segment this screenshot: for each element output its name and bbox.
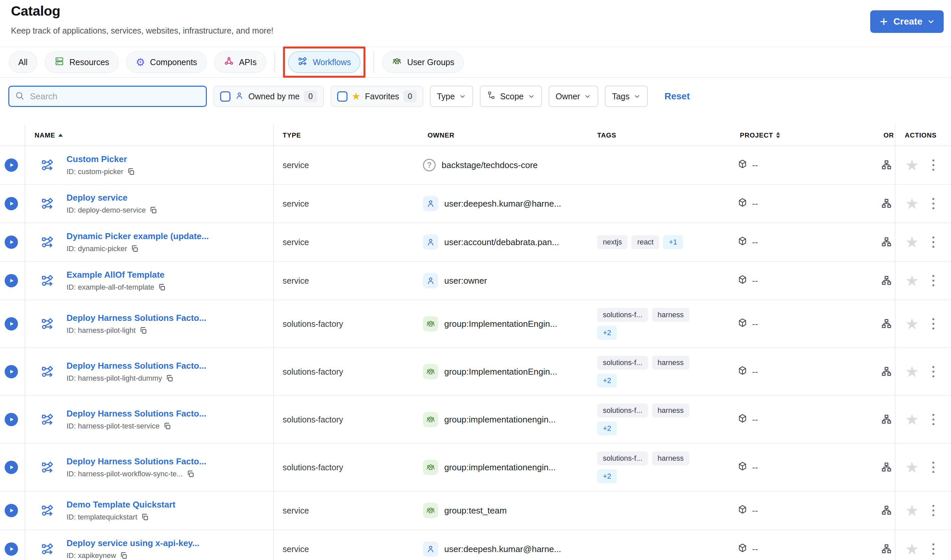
org-chart-icon[interactable] [880, 159, 892, 171]
launch-workflow-button[interactable] [5, 197, 18, 210]
launch-workflow-button[interactable] [5, 504, 18, 517]
tag-more-chip[interactable]: +2 [597, 422, 617, 435]
copy-icon[interactable] [139, 326, 147, 334]
kebab-menu-button[interactable] [931, 503, 936, 517]
launch-workflow-button[interactable] [5, 274, 18, 287]
table-row: Custom Picker ID: custom-picker service … [0, 146, 951, 185]
reset-filters-link[interactable]: Reset [664, 91, 690, 102]
column-header-project[interactable]: PROJECT [740, 132, 780, 139]
copy-icon[interactable] [149, 206, 157, 214]
tab-components[interactable]: ⚙ Components [126, 51, 207, 73]
entity-name-link[interactable]: Example AllOf Template [66, 270, 166, 280]
favorite-star-button[interactable]: ★ [905, 196, 919, 211]
tag-more-chip[interactable]: +2 [597, 374, 617, 388]
entity-name-link[interactable]: Deploy Harness Solutions Facto... [66, 409, 206, 419]
org-chart-icon[interactable] [880, 543, 892, 555]
org-chart-icon[interactable] [880, 318, 892, 330]
cube-icon [738, 275, 747, 287]
launch-workflow-button[interactable] [5, 461, 18, 474]
org-chart-icon[interactable] [880, 366, 892, 378]
owned-by-me-filter[interactable]: Owned by me 0 [213, 86, 324, 107]
cube-icon [738, 543, 747, 555]
kebab-menu-button[interactable] [931, 542, 936, 556]
copy-icon[interactable] [165, 374, 174, 382]
unknown-owner-icon: ? [423, 159, 435, 171]
favorite-star-button[interactable]: ★ [905, 542, 919, 557]
tags-cell: solutions-f...harness +2 [597, 308, 710, 340]
entity-name-link[interactable]: Deploy service [66, 193, 157, 203]
tab-all[interactable]: All [9, 51, 37, 73]
favorite-star-button[interactable]: ★ [905, 316, 919, 331]
favorites-checkbox[interactable] [337, 91, 347, 102]
org-chart-icon[interactable] [880, 236, 892, 248]
entity-name-link[interactable]: Deploy service using x-api-key... [66, 538, 199, 548]
type-dropdown[interactable]: Type [430, 86, 473, 107]
entity-name-link[interactable]: Deploy Harness Solutions Facto... [66, 361, 206, 371]
entity-type: service [283, 545, 309, 554]
launch-workflow-button[interactable] [5, 542, 18, 556]
tag-chip: harness [652, 308, 689, 322]
workflow-icon [40, 460, 54, 474]
column-header-name[interactable]: NAME [35, 132, 63, 139]
entity-name-link[interactable]: Deploy Harness Solutions Facto... [66, 313, 206, 323]
org-chart-icon[interactable] [880, 414, 892, 426]
favorite-star-button[interactable]: ★ [905, 234, 919, 250]
copy-icon[interactable] [131, 245, 139, 253]
kebab-menu-button[interactable] [931, 197, 936, 211]
tab-workflows[interactable]: Workflows [288, 51, 361, 73]
entity-name-block: Demo Template Quickstart ID: templatequi… [66, 500, 176, 522]
tag-more-chip[interactable]: +2 [597, 326, 617, 340]
kebab-menu-button[interactable] [931, 317, 936, 331]
tag-more-chip[interactable]: +2 [597, 469, 617, 483]
favorite-star-button[interactable]: ★ [905, 364, 919, 379]
favorites-filter[interactable]: ★ Favorites 0 [330, 86, 423, 107]
copy-icon[interactable] [158, 283, 166, 291]
entity-name-link[interactable]: Dynamic Picker example (update... [66, 231, 209, 242]
entity-id-label: ID: harness-pilot-test-service [66, 422, 160, 431]
tab-apis[interactable]: APIs [214, 51, 266, 73]
project-value: -- [752, 160, 758, 171]
copy-icon[interactable] [127, 168, 135, 176]
copy-icon[interactable] [141, 513, 149, 521]
kebab-menu-button[interactable] [931, 235, 936, 249]
launch-workflow-button[interactable] [5, 365, 18, 378]
kebab-menu-button[interactable] [931, 412, 936, 426]
launch-workflow-button[interactable] [5, 413, 18, 426]
tag-chip: harness [652, 356, 689, 370]
create-button[interactable]: Create [870, 10, 944, 33]
scope-dropdown[interactable]: Scope [480, 86, 542, 107]
workflow-icon [40, 317, 54, 331]
project-value: -- [752, 544, 758, 554]
org-chart-icon[interactable] [880, 275, 892, 287]
kebab-menu-button[interactable] [931, 158, 936, 172]
owned-by-me-checkbox[interactable] [220, 91, 230, 102]
kebab-menu-button[interactable] [931, 274, 936, 288]
org-chart-icon[interactable] [880, 505, 892, 517]
column-header-org: OR [883, 132, 894, 139]
kebab-menu-button[interactable] [931, 365, 936, 378]
favorite-star-button[interactable]: ★ [905, 503, 919, 518]
entity-name-link[interactable]: Custom Picker [66, 154, 135, 165]
org-chart-icon[interactable] [880, 198, 892, 209]
search-input[interactable] [29, 91, 201, 102]
launch-workflow-button[interactable] [5, 317, 18, 331]
tags-dropdown[interactable]: Tags [605, 86, 648, 107]
favorite-star-button[interactable]: ★ [905, 273, 919, 288]
copy-icon[interactable] [120, 552, 128, 560]
launch-workflow-button[interactable] [5, 235, 18, 249]
org-chart-icon[interactable] [880, 462, 892, 473]
entity-name-link[interactable]: Deploy Harness Solutions Facto... [66, 456, 206, 467]
entity-id-label: ID: xapikeynew [66, 551, 116, 560]
tab-user-groups[interactable]: User Groups [382, 51, 464, 73]
favorite-star-button[interactable]: ★ [905, 412, 919, 427]
kebab-menu-button[interactable] [931, 460, 936, 474]
copy-icon[interactable] [187, 470, 195, 478]
owner-dropdown[interactable]: Owner [549, 86, 599, 107]
entity-name-link[interactable]: Demo Template Quickstart [66, 500, 176, 510]
tag-more-chip[interactable]: +1 [663, 235, 683, 249]
favorite-star-button[interactable]: ★ [905, 157, 919, 173]
launch-workflow-button[interactable] [5, 158, 18, 172]
tab-resources[interactable]: Resources [45, 51, 119, 73]
copy-icon[interactable] [163, 422, 171, 430]
favorite-star-button[interactable]: ★ [905, 460, 919, 475]
